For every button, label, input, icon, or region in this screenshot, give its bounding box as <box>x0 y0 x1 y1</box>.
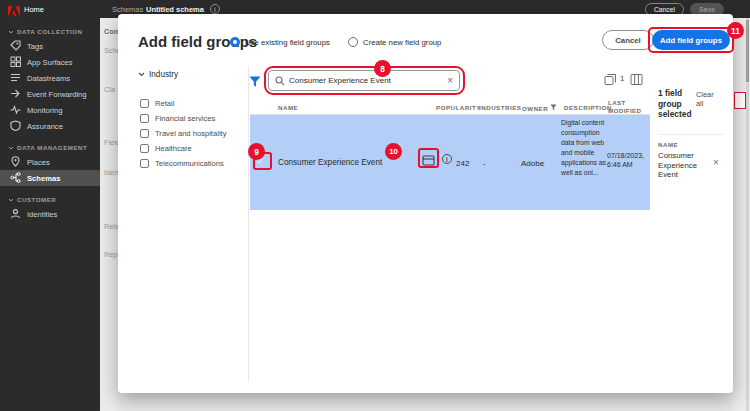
column-header-last-modified[interactable]: LAST MODIFIED <box>608 99 642 114</box>
column-header-label: OWNER <box>522 105 548 112</box>
summary-selected-item: Consumer Experience Event <box>658 151 710 180</box>
field-group-search: × <box>268 70 460 91</box>
checkbox-unchecked[interactable] <box>140 159 149 168</box>
background-page-right-sliver <box>733 18 750 411</box>
radio-use-existing-field-groups[interactable]: Use existing field groups <box>230 37 330 47</box>
schema-info-icon[interactable]: i <box>210 4 220 14</box>
tag-icon <box>10 40 21 53</box>
sidebar-item-assurance[interactable]: Assurance <box>0 118 100 134</box>
filters-divider <box>248 66 249 382</box>
background-partial-label: Cla <box>104 85 115 94</box>
table-row-consumer-experience-event[interactable]: Consumer Experience Event i 242 - Adobe … <box>250 115 650 210</box>
background-partial-label: Relat <box>104 222 118 231</box>
filter-option-label: Healthcare <box>155 144 192 153</box>
clear-all-link[interactable]: Clear all <box>696 90 722 108</box>
sidebar-section-data-management[interactable]: DATA MANAGEMENT <box>8 144 100 151</box>
owner-filter-icon[interactable] <box>550 104 557 112</box>
preview-icon[interactable] <box>422 153 435 171</box>
background-partial-label: Com <box>104 27 118 36</box>
sidebar-section-label: CUSTOMER <box>17 196 56 203</box>
filter-option-financial-services[interactable]: Financial services <box>140 114 215 123</box>
background-partial-label: Ident <box>104 168 118 177</box>
view-settings-icon[interactable] <box>630 72 643 90</box>
selected-count: 1 <box>620 74 624 83</box>
sidebar-section-customer[interactable]: CUSTOMER <box>8 196 100 203</box>
checkbox-unchecked[interactable] <box>140 99 149 108</box>
page-scrollbar[interactable] <box>746 18 749 411</box>
search-input[interactable] <box>289 76 443 85</box>
annotation-badge-11: 11 <box>727 22 744 39</box>
add-field-groups-modal: Add field groups Use existing field grou… <box>118 14 733 393</box>
sidebar-item-tags[interactable]: Tags <box>0 38 100 54</box>
sidebar-section-data-collection[interactable]: DATA COLLECTION <box>8 28 100 35</box>
row-info-icon[interactable]: i <box>442 154 452 164</box>
sidebar-item-identities[interactable]: Identities <box>0 206 100 222</box>
filter-option-telecommunications[interactable]: Telecommunications <box>140 159 224 168</box>
summary-title: 1 field group selected <box>658 88 694 120</box>
monitoring-icon <box>10 104 21 117</box>
column-header-industries[interactable]: INDUSTRIES <box>479 104 521 111</box>
sidebar-item-event-forwarding[interactable]: Event Forwarding <box>0 86 100 102</box>
filter-toggle-icon[interactable] <box>249 74 261 92</box>
home-link[interactable]: Home <box>24 5 44 14</box>
radio-label: Use existing field groups <box>245 38 330 47</box>
sidebar-item-places[interactable]: Places <box>0 154 100 170</box>
sidebar-section-label: DATA COLLECTION <box>17 28 82 35</box>
checkbox-unchecked[interactable] <box>140 129 149 138</box>
background-annotated-element <box>734 92 746 109</box>
add-field-groups-button[interactable]: Add field groups <box>652 30 730 50</box>
column-header-owner[interactable]: OWNER <box>522 104 557 112</box>
sidebar-item-datastreams[interactable]: Datastreams <box>0 70 100 86</box>
filter-option-healthcare[interactable]: Healthcare <box>140 144 192 153</box>
sidebar-item-label: Identities <box>27 210 57 219</box>
background-page-left-sliver: Com Sche Cla Field Ident Relat Repr <box>100 18 118 411</box>
assurance-icon <box>10 120 21 133</box>
annotation-badge-9: 9 <box>248 143 265 160</box>
sidebar-item-app-surfaces[interactable]: App Surfaces <box>0 54 100 70</box>
sidebar-section-label: DATA MANAGEMENT <box>17 144 87 151</box>
row-name: Consumer Experience Event <box>278 158 382 167</box>
filter-option-travel-hospitality[interactable]: Travel and hospitality <box>140 129 226 138</box>
sidebar-item-schemas[interactable]: Schemas <box>0 170 100 186</box>
radio-unselected-icon <box>348 37 358 47</box>
summary-name-label: NAME <box>658 141 678 148</box>
chevron-down-icon <box>8 28 14 35</box>
radio-selected-icon <box>230 37 240 47</box>
sidebar-item-label: Tags <box>27 42 43 51</box>
radio-create-new-field-group[interactable]: Create new field group <box>348 37 441 47</box>
remove-selected-icon[interactable]: × <box>713 157 719 168</box>
breadcrumb-section[interactable]: Schemas <box>112 5 143 14</box>
filter-option-retail[interactable]: Retail <box>140 99 174 108</box>
sidebar: DATA COLLECTION Tags App Surfaces Datast… <box>0 18 100 411</box>
background-partial-label: Field <box>104 138 118 147</box>
checkbox-unchecked[interactable] <box>140 144 149 153</box>
chevron-down-icon <box>8 144 14 151</box>
selected-cards-icon[interactable] <box>604 72 617 90</box>
annotation-badge-8: 8 <box>374 60 391 77</box>
identities-icon <box>10 208 21 221</box>
sidebar-item-label: Event Forwarding <box>27 90 87 99</box>
summary-divider <box>658 134 724 135</box>
background-partial-label: Sche <box>104 46 118 55</box>
row-owner: Adobe <box>521 159 544 168</box>
column-header-popularity[interactable]: POPULARITY <box>436 104 481 111</box>
sidebar-item-label: Datastreams <box>27 74 70 83</box>
filter-group-industry[interactable]: Industry <box>138 70 178 79</box>
datastreams-icon <box>10 72 21 85</box>
chevron-down-icon <box>138 70 145 79</box>
row-last-modified: 07/18/2023, 6:46 AM <box>607 151 650 169</box>
radio-label: Create new field group <box>363 38 441 47</box>
sidebar-item-label: Assurance <box>27 122 63 131</box>
sidebar-item-monitoring[interactable]: Monitoring <box>0 102 100 118</box>
row-description: Digital content consumption data from we… <box>561 118 612 178</box>
checkbox-unchecked[interactable] <box>140 114 149 123</box>
schemas-icon <box>10 172 21 185</box>
filter-option-label: Travel and hospitality <box>155 129 226 138</box>
event-forwarding-icon <box>10 88 21 101</box>
modal-cancel-button[interactable]: Cancel <box>602 30 654 50</box>
column-header-name[interactable]: NAME <box>278 104 298 111</box>
column-header-description[interactable]: DESCRIPTION <box>564 104 612 111</box>
clear-search-icon[interactable]: × <box>447 76 453 86</box>
page-scrollbar-thumb[interactable] <box>746 20 749 82</box>
row-popularity: 242 <box>456 159 469 168</box>
